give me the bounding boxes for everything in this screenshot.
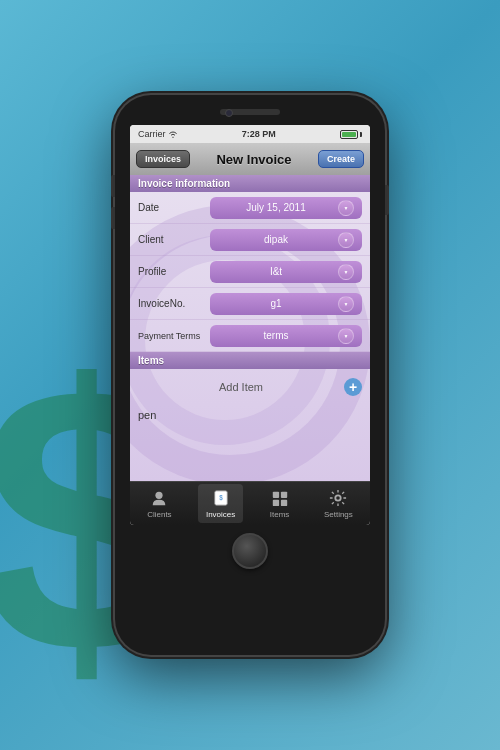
tab-items[interactable]: Items bbox=[262, 484, 298, 523]
client-value: dipak bbox=[218, 234, 334, 245]
svg-rect-6 bbox=[280, 500, 286, 506]
volume-up-button bbox=[111, 175, 115, 197]
battery-indicator bbox=[340, 130, 362, 139]
status-time: 7:28 PM bbox=[242, 129, 276, 139]
items-section-header: Items bbox=[130, 352, 370, 369]
invoices-tab-label: Invoices bbox=[206, 510, 235, 519]
settings-icon bbox=[328, 488, 348, 508]
svg-rect-4 bbox=[280, 492, 286, 498]
power-button bbox=[385, 185, 389, 215]
date-field[interactable]: July 15, 2011 bbox=[210, 197, 362, 219]
invoice-no-row: InvoiceNo. g1 bbox=[130, 288, 370, 320]
svg-rect-3 bbox=[272, 492, 278, 498]
tab-invoices[interactable]: $ Invoices bbox=[198, 484, 243, 523]
add-item-label: Add Item bbox=[138, 381, 344, 393]
payment-terms-value: terms bbox=[218, 330, 334, 341]
client-dropdown-icon[interactable] bbox=[338, 232, 354, 248]
profile-row: Profile I&t bbox=[130, 256, 370, 288]
carrier-info: Carrier bbox=[138, 129, 178, 139]
client-field[interactable]: dipak bbox=[210, 229, 362, 251]
carrier-label: Carrier bbox=[138, 129, 166, 139]
create-button[interactable]: Create bbox=[318, 150, 364, 168]
nav-bar: Invoices New Invoice Create bbox=[130, 143, 370, 175]
nav-title: New Invoice bbox=[216, 152, 291, 167]
invoice-no-field[interactable]: g1 bbox=[210, 293, 362, 315]
settings-tab-label: Settings bbox=[324, 510, 353, 519]
invoice-no-label: InvoiceNo. bbox=[138, 298, 210, 309]
volume-down-button bbox=[111, 207, 115, 229]
battery-body bbox=[340, 130, 358, 139]
payment-terms-field[interactable]: terms bbox=[210, 325, 362, 347]
tab-settings[interactable]: Settings bbox=[316, 484, 361, 523]
screen: Carrier 7:28 PM Invoices New Invoice Cre… bbox=[130, 125, 370, 525]
profile-value: I&t bbox=[218, 266, 334, 277]
payment-terms-label: Payment Terms bbox=[138, 331, 210, 341]
invoice-no-dropdown-icon[interactable] bbox=[338, 296, 354, 312]
date-dropdown-icon[interactable] bbox=[338, 200, 354, 216]
client-label: Client bbox=[138, 234, 210, 245]
item-entry: pen bbox=[130, 405, 370, 425]
battery-tip bbox=[360, 132, 362, 137]
svg-point-0 bbox=[156, 492, 163, 499]
payment-terms-dropdown-icon[interactable] bbox=[338, 328, 354, 344]
payment-terms-row: Payment Terms terms bbox=[130, 320, 370, 352]
invoice-no-value: g1 bbox=[218, 298, 334, 309]
items-icon bbox=[270, 488, 290, 508]
phone-shell: Carrier 7:28 PM Invoices New Invoice Cre… bbox=[115, 95, 385, 655]
date-row: Date July 15, 2011 bbox=[130, 192, 370, 224]
add-item-row[interactable]: Add Item + bbox=[130, 369, 370, 405]
svg-text:$: $ bbox=[219, 494, 223, 502]
add-item-button[interactable]: + bbox=[344, 378, 362, 396]
date-label: Date bbox=[138, 202, 210, 213]
profile-label: Profile bbox=[138, 266, 210, 277]
tab-clients[interactable]: Clients bbox=[139, 484, 179, 523]
client-row: Client dipak bbox=[130, 224, 370, 256]
clients-tab-label: Clients bbox=[147, 510, 171, 519]
clients-icon bbox=[149, 488, 169, 508]
profile-field[interactable]: I&t bbox=[210, 261, 362, 283]
back-button[interactable]: Invoices bbox=[136, 150, 190, 168]
svg-point-7 bbox=[336, 495, 341, 500]
tab-bar: Clients $ Invoices bbox=[130, 481, 370, 525]
date-value: July 15, 2011 bbox=[218, 202, 334, 213]
home-button[interactable] bbox=[232, 533, 268, 569]
profile-dropdown-icon[interactable] bbox=[338, 264, 354, 280]
status-bar: Carrier 7:28 PM bbox=[130, 125, 370, 143]
battery-fill bbox=[342, 132, 356, 137]
items-tab-label: Items bbox=[270, 510, 290, 519]
wifi-icon bbox=[168, 130, 178, 138]
svg-rect-5 bbox=[272, 500, 278, 506]
invoice-section-header: Invoice information bbox=[130, 175, 370, 192]
content-area: Invoice information Date July 15, 2011 C… bbox=[130, 175, 370, 481]
camera bbox=[225, 109, 233, 117]
invoices-icon: $ bbox=[211, 488, 231, 508]
